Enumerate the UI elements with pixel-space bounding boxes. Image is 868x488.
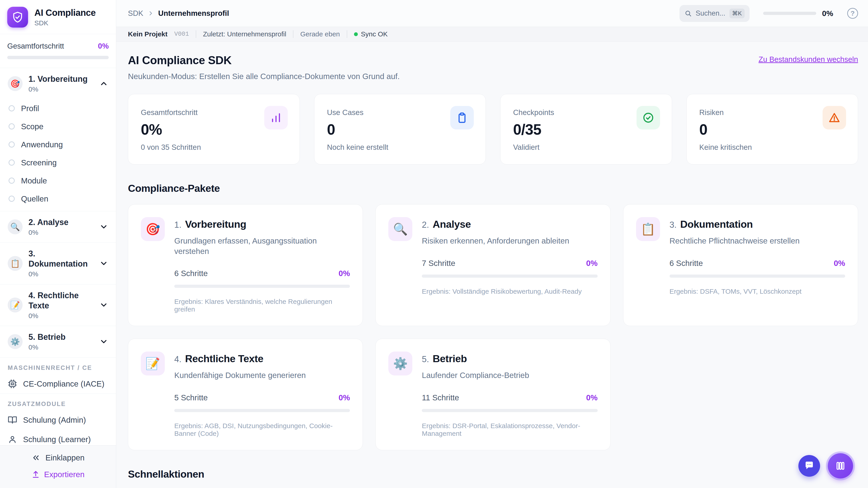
sidebar-phase-betrieb[interactable]: ⚙️ 5. Betrieb 0% — [0, 326, 116, 357]
package-progress-bar — [174, 409, 350, 412]
content: AI Compliance SDK Neukunden-Modus: Erste… — [116, 41, 868, 488]
search-placeholder: Suchen... — [696, 9, 725, 18]
sidebar-item-schulung-learner[interactable]: Schulung (Learner) — [0, 430, 116, 446]
bar-chart-icon — [264, 106, 288, 129]
package-progress-bar — [422, 274, 597, 278]
sidebar-phase-rechtliche-texte[interactable]: 📝 4. Rechtliche Texte 0% — [0, 285, 116, 326]
sidebar-phase-analyse[interactable]: 🔍 2. Analyse 0% — [0, 211, 116, 242]
chevron-up-icon — [99, 79, 108, 88]
topbar-progress-value: 0% — [822, 9, 833, 18]
stat-card-use-cases: Use Cases 0 Noch keine erstellt — [314, 94, 486, 164]
clipboard-emoji-icon: 📋 — [636, 217, 660, 241]
page-subtitle: Neukunden-Modus: Erstellen Sie alle Comp… — [128, 72, 400, 81]
stat-cards: Gesamtfortschritt 0% 0 von 35 Schritten … — [128, 94, 858, 164]
help-icon[interactable]: ? — [847, 8, 858, 19]
app-subtitle: SDK — [34, 19, 96, 27]
sync-status-label: Sync OK — [361, 30, 388, 38]
statusbar: Kein Projekt V001 Zuletzt: Unternehmensp… — [116, 27, 868, 41]
sidebar-phase-vorbereitung[interactable]: 🎯 1. Vorbereitung 0% — [0, 68, 116, 99]
chevron-down-icon — [99, 222, 108, 231]
chat-bubble-icon — [804, 460, 815, 471]
status-project: Kein Projekt — [128, 30, 167, 38]
memo-emoji-icon: 📝 — [141, 352, 165, 376]
cpu-icon — [8, 379, 17, 389]
package-progress-bar — [670, 274, 845, 278]
radio-circle-icon — [8, 160, 15, 166]
topbar-progress-bar — [763, 12, 816, 15]
sidebar-footer: Einklappen Exportieren — [0, 445, 116, 488]
radio-circle-icon — [8, 177, 15, 184]
switch-customer-mode-link[interactable]: Zu Bestandskunden wechseln — [758, 55, 858, 64]
sidebar-item-schulung-admin[interactable]: Schulung (Admin) — [0, 410, 116, 430]
page-title: AI Compliance SDK — [128, 54, 400, 67]
status-time: Gerade eben — [300, 30, 340, 38]
export-button[interactable]: Exportieren — [31, 470, 85, 479]
stat-card-risiken: Risiken 0 Keine kritischen — [686, 94, 858, 164]
overall-progress-value: 0% — [98, 42, 109, 51]
package-progress-bar — [174, 285, 350, 288]
package-card-rechtliche-texte[interactable]: 📝 4. Rechtliche Texte Kundenfähige Dokum… — [128, 339, 363, 450]
clipboard-emoji-icon: 📋 — [8, 256, 23, 271]
user-icon — [8, 435, 17, 444]
topbar: SDK Unternehmensprofil Suchen... ⌘K 0% ? — [116, 0, 868, 27]
magnifier-emoji-icon: 🔍 — [388, 217, 412, 241]
packages-heading: Compliance-Pakete — [128, 183, 858, 194]
gear-emoji-icon: ⚙️ — [388, 352, 412, 376]
divider — [347, 30, 347, 38]
chevron-down-icon — [99, 337, 108, 346]
package-progress-bar — [422, 409, 597, 412]
overall-progress-bar — [7, 56, 109, 59]
target-emoji-icon: 🎯 — [141, 217, 165, 241]
upload-icon — [31, 470, 40, 479]
check-circle-icon — [637, 106, 660, 129]
overall-progress: Gesamtfortschritt 0% — [0, 34, 116, 68]
book-open-icon — [8, 415, 17, 425]
chevron-down-icon — [99, 300, 108, 310]
divider — [196, 30, 196, 38]
app-title: AI Compliance — [34, 8, 96, 18]
target-emoji-icon: 🎯 — [8, 76, 23, 91]
sidebar-step-anwendung[interactable]: Anwendung — [0, 135, 116, 154]
chat-bubble-button[interactable] — [798, 455, 820, 477]
collapse-sidebar-button[interactable]: Einklappen — [31, 453, 85, 462]
radio-circle-icon — [8, 123, 15, 129]
overall-progress-label: Gesamtfortschritt — [7, 42, 64, 51]
radio-circle-icon — [8, 105, 15, 111]
package-card-analyse[interactable]: 🔍 2. Analyse Risiken erkennen, Anforderu… — [375, 204, 610, 326]
chevrons-left-icon — [31, 453, 40, 462]
sidebar-step-module[interactable]: Module — [0, 172, 116, 190]
app-logo: AI Compliance SDK — [0, 0, 116, 34]
kanban-columns-icon — [835, 460, 846, 472]
quick-actions-heading: Schnellaktionen — [128, 468, 858, 480]
clipboard-icon — [450, 106, 474, 129]
section-label-maschinenrecht: MASCHINENRECHT / CE — [0, 358, 116, 374]
chevron-right-icon — [147, 10, 154, 17]
warning-triangle-icon — [823, 106, 846, 129]
breadcrumb-root[interactable]: SDK — [128, 9, 143, 18]
search-icon — [684, 10, 692, 17]
sidebar-step-profil[interactable]: Profil — [0, 99, 116, 118]
package-card-dokumentation[interactable]: 📋 3. Dokumentation Rechtliche Pflichtnac… — [623, 204, 858, 326]
sidebar-nav: 🎯 1. Vorbereitung 0% Profil Scope — [0, 68, 116, 445]
sync-status-dot — [354, 32, 358, 36]
package-card-vorbereitung[interactable]: 🎯 1. Vorbereitung Grundlagen erfassen, A… — [128, 204, 363, 326]
status-last-saved: Zuletzt: Unternehmensprofil — [203, 30, 286, 38]
sidebar: AI Compliance SDK Gesamtfortschritt 0% 🎯… — [0, 0, 116, 488]
gear-emoji-icon: ⚙️ — [8, 334, 23, 349]
section-label-zusatzmodule: ZUSATZMODULE — [0, 394, 116, 410]
floating-buttons — [798, 453, 853, 479]
sidebar-phase-dokumentation[interactable]: 📋 3. Dokumentation 0% — [0, 242, 116, 284]
search-input[interactable]: Suchen... ⌘K — [680, 5, 749, 22]
sidebar-step-screening[interactable]: Screening — [0, 154, 116, 172]
sidebar-item-ce-compliance[interactable]: CE-Compliance (IACE) — [0, 374, 116, 394]
status-version: V001 — [174, 31, 189, 37]
chevron-down-icon — [99, 259, 108, 268]
memo-emoji-icon: 📝 — [8, 297, 23, 313]
sidebar-step-scope[interactable]: Scope — [0, 118, 116, 135]
sidebar-step-quellen[interactable]: Quellen — [0, 190, 116, 208]
kanban-columns-button[interactable] — [828, 453, 853, 479]
radio-circle-icon — [8, 196, 15, 202]
shield-check-logo-icon — [7, 7, 28, 28]
stat-card-checkpoints: Checkpoints 0/35 Validiert — [500, 94, 672, 164]
package-card-betrieb[interactable]: ⚙️ 5. Betrieb Laufender Compliance-Betri… — [375, 339, 610, 450]
